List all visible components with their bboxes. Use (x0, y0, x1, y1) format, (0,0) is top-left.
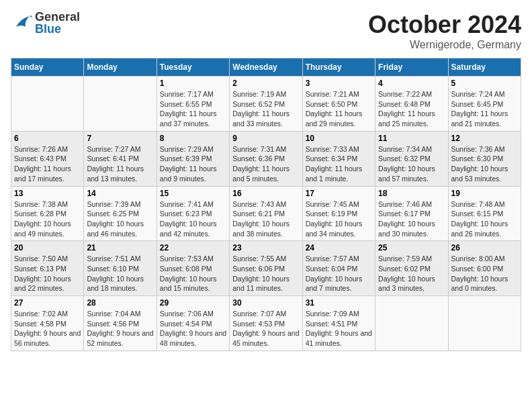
day-number: 18 (378, 189, 445, 198)
day-info: Sunrise: 7:50 AMSunset: 6:13 PMDaylight:… (14, 254, 81, 293)
logo-bird-icon (11, 13, 32, 32)
calendar-cell-w4d1: 28Sunrise: 7:04 AMSunset: 4:56 PMDayligh… (84, 296, 157, 351)
day-number: 3 (306, 79, 372, 88)
day-info: Sunrise: 7:22 AMSunset: 6:48 PMDaylight:… (378, 89, 445, 129)
calendar-cell-w1d2: 8Sunrise: 7:29 AMSunset: 6:39 PMDaylight… (157, 131, 229, 186)
calendar-cell-w4d0: 27Sunrise: 7:02 AMSunset: 4:58 PMDayligh… (11, 296, 84, 351)
calendar-cell-w3d1: 21Sunrise: 7:51 AMSunset: 6:10 PMDayligh… (84, 241, 157, 296)
calendar-cell-w4d2: 29Sunrise: 7:06 AMSunset: 4:54 PMDayligh… (157, 296, 229, 351)
logo-blue-text: Blue (35, 22, 61, 36)
day-number: 26 (451, 243, 518, 253)
calendar-table: SundayMondayTuesdayWednesdayThursdayFrid… (11, 58, 521, 351)
month-title: October 2024 (368, 11, 521, 39)
calendar-cell-w3d5: 25Sunrise: 7:59 AMSunset: 6:02 PMDayligh… (375, 241, 448, 296)
day-info: Sunrise: 7:19 AMSunset: 6:52 PMDaylight:… (232, 89, 299, 129)
day-number: 6 (14, 134, 81, 143)
weekday-header-saturday: Saturday (448, 58, 521, 77)
day-info: Sunrise: 7:09 AMSunset: 4:51 PMDaylight:… (306, 309, 372, 349)
day-info: Sunrise: 7:17 AMSunset: 6:55 PMDaylight:… (160, 89, 226, 129)
day-info: Sunrise: 7:45 AMSunset: 6:19 PMDaylight:… (306, 199, 372, 239)
calendar-cell-w3d3: 23Sunrise: 7:55 AMSunset: 6:06 PMDayligh… (230, 241, 302, 296)
calendar-cell-w4d3: 30Sunrise: 7:07 AMSunset: 4:53 PMDayligh… (230, 296, 302, 351)
day-info: Sunrise: 7:26 AMSunset: 6:43 PMDaylight:… (14, 144, 81, 184)
calendar-cell-w4d4: 31Sunrise: 7:09 AMSunset: 4:51 PMDayligh… (302, 296, 375, 351)
day-number: 19 (451, 189, 518, 198)
day-number: 25 (378, 243, 445, 253)
day-info: Sunrise: 7:38 AMSunset: 6:28 PMDaylight:… (14, 199, 81, 239)
calendar-cell-w0d1 (84, 77, 157, 132)
day-info: Sunrise: 7:36 AMSunset: 6:30 PMDaylight:… (451, 144, 518, 184)
calendar-cell-w0d3: 2Sunrise: 7:19 AMSunset: 6:52 PMDaylight… (230, 77, 302, 132)
day-number: 10 (306, 134, 372, 143)
calendar-cell-w4d5 (375, 296, 448, 351)
calendar-cell-w1d4: 10Sunrise: 7:33 AMSunset: 6:34 PMDayligh… (302, 131, 375, 186)
day-number: 11 (378, 134, 445, 143)
day-number: 21 (87, 243, 153, 253)
day-number: 31 (306, 298, 372, 308)
day-number: 12 (451, 134, 518, 143)
day-info: Sunrise: 7:55 AMSunset: 6:06 PMDaylight:… (232, 254, 299, 293)
calendar-cell-w1d6: 12Sunrise: 7:36 AMSunset: 6:30 PMDayligh… (448, 131, 521, 186)
day-number: 20 (14, 243, 81, 253)
calendar-cell-w3d2: 22Sunrise: 7:53 AMSunset: 6:08 PMDayligh… (157, 241, 229, 296)
day-info: Sunrise: 7:34 AMSunset: 6:32 PMDaylight:… (378, 144, 445, 184)
calendar-cell-w0d4: 3Sunrise: 7:21 AMSunset: 6:50 PMDaylight… (302, 77, 375, 132)
calendar-cell-w1d1: 7Sunrise: 7:27 AMSunset: 6:41 PMDaylight… (84, 131, 157, 186)
weekday-header-thursday: Thursday (302, 58, 375, 77)
calendar-cell-w2d2: 15Sunrise: 7:41 AMSunset: 6:23 PMDayligh… (157, 186, 229, 241)
day-number: 24 (306, 243, 372, 253)
day-number: 23 (232, 243, 299, 253)
location-title: Wernigerode, Germany (368, 39, 521, 51)
calendar-cell-w0d5: 4Sunrise: 7:22 AMSunset: 6:48 PMDaylight… (375, 77, 448, 132)
day-info: Sunrise: 7:41 AMSunset: 6:23 PMDaylight:… (160, 199, 226, 239)
day-number: 13 (14, 189, 81, 198)
day-info: Sunrise: 7:33 AMSunset: 6:34 PMDaylight:… (306, 144, 372, 184)
day-number: 17 (306, 189, 372, 198)
header: General Blue October 2024 Wernigerode, G… (11, 11, 521, 51)
day-number: 8 (160, 134, 226, 143)
day-info: Sunrise: 7:57 AMSunset: 6:04 PMDaylight:… (306, 254, 372, 293)
calendar-cell-w2d1: 14Sunrise: 7:39 AMSunset: 6:25 PMDayligh… (84, 186, 157, 241)
day-info: Sunrise: 7:59 AMSunset: 6:02 PMDaylight:… (378, 254, 445, 293)
calendar-cell-w1d0: 6Sunrise: 7:26 AMSunset: 6:43 PMDaylight… (11, 131, 84, 186)
calendar-cell-w2d0: 13Sunrise: 7:38 AMSunset: 6:28 PMDayligh… (11, 186, 84, 241)
day-info: Sunrise: 7:21 AMSunset: 6:50 PMDaylight:… (306, 89, 372, 129)
weekday-header-monday: Monday (84, 58, 157, 77)
calendar-cell-w3d0: 20Sunrise: 7:50 AMSunset: 6:13 PMDayligh… (11, 241, 84, 296)
weekday-header-wednesday: Wednesday (230, 58, 302, 77)
day-info: Sunrise: 7:29 AMSunset: 6:39 PMDaylight:… (160, 144, 226, 184)
day-number: 28 (87, 298, 153, 308)
day-number: 15 (160, 189, 226, 198)
title-area: October 2024 Wernigerode, Germany (368, 11, 521, 51)
day-info: Sunrise: 8:00 AMSunset: 6:00 PMDaylight:… (451, 254, 518, 293)
day-info: Sunrise: 7:43 AMSunset: 6:21 PMDaylight:… (232, 199, 299, 239)
day-number: 22 (160, 243, 226, 253)
calendar-cell-w0d0 (11, 77, 84, 132)
day-info: Sunrise: 7:39 AMSunset: 6:25 PMDaylight:… (87, 199, 153, 239)
logo-general-text: General (35, 10, 80, 24)
calendar-cell-w3d6: 26Sunrise: 8:00 AMSunset: 6:00 PMDayligh… (448, 241, 521, 296)
day-number: 14 (87, 189, 153, 198)
calendar-cell-w0d2: 1Sunrise: 7:17 AMSunset: 6:55 PMDaylight… (157, 77, 229, 132)
calendar-cell-w2d4: 17Sunrise: 7:45 AMSunset: 6:19 PMDayligh… (302, 186, 375, 241)
weekday-header-sunday: Sunday (11, 58, 84, 77)
day-info: Sunrise: 7:27 AMSunset: 6:41 PMDaylight:… (87, 144, 153, 184)
day-info: Sunrise: 7:51 AMSunset: 6:10 PMDaylight:… (87, 254, 153, 293)
calendar-cell-w1d5: 11Sunrise: 7:34 AMSunset: 6:32 PMDayligh… (375, 131, 448, 186)
day-info: Sunrise: 7:06 AMSunset: 4:54 PMDaylight:… (160, 309, 226, 349)
day-number: 2 (232, 79, 299, 88)
day-number: 1 (160, 79, 226, 88)
day-info: Sunrise: 7:31 AMSunset: 6:36 PMDaylight:… (232, 144, 299, 184)
day-number: 7 (87, 134, 153, 143)
calendar-cell-w4d6 (448, 296, 521, 351)
calendar-cell-w3d4: 24Sunrise: 7:57 AMSunset: 6:04 PMDayligh… (302, 241, 375, 296)
day-number: 16 (232, 189, 299, 198)
calendar-cell-w2d5: 18Sunrise: 7:46 AMSunset: 6:17 PMDayligh… (375, 186, 448, 241)
calendar-cell-w2d6: 19Sunrise: 7:48 AMSunset: 6:15 PMDayligh… (448, 186, 521, 241)
calendar-cell-w2d3: 16Sunrise: 7:43 AMSunset: 6:21 PMDayligh… (230, 186, 302, 241)
day-info: Sunrise: 7:07 AMSunset: 4:53 PMDaylight:… (232, 309, 299, 349)
day-info: Sunrise: 7:02 AMSunset: 4:58 PMDaylight:… (14, 309, 81, 349)
weekday-header-friday: Friday (375, 58, 448, 77)
day-info: Sunrise: 7:04 AMSunset: 4:56 PMDaylight:… (87, 309, 153, 349)
weekday-header-tuesday: Tuesday (157, 58, 229, 77)
